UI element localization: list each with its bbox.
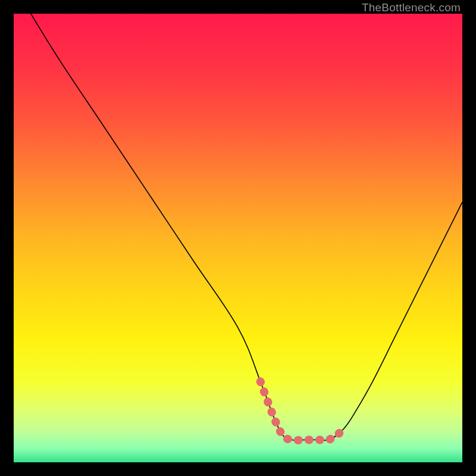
chart-frame: TheBottleneck.com bbox=[0, 0, 476, 476]
plot-area bbox=[14, 14, 462, 462]
watermark: TheBottleneck.com bbox=[362, 1, 461, 14]
optimal-zone-marker bbox=[261, 381, 346, 440]
curve-layer bbox=[14, 14, 462, 462]
bottleneck-curve bbox=[23, 14, 462, 440]
